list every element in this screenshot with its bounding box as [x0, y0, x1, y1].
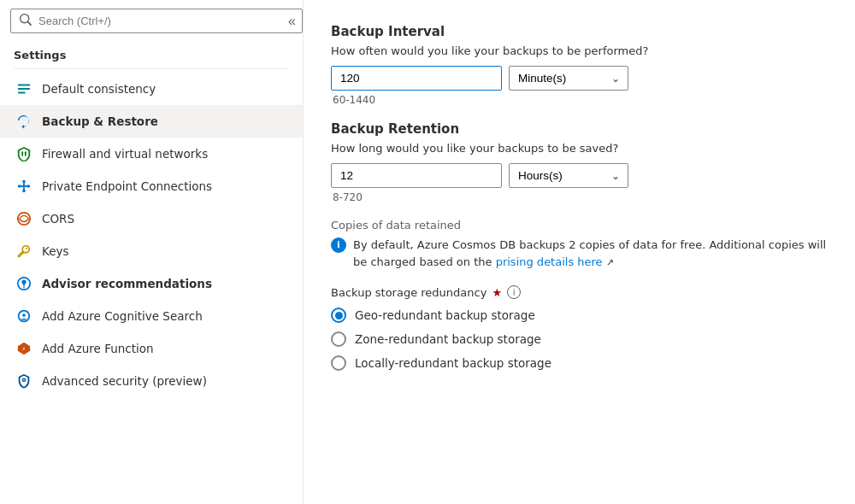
sidebar-item-advanced-security[interactable]: Advanced security (preview) — [0, 365, 303, 397]
sidebar-item-keys[interactable]: Keys — [0, 235, 303, 267]
backup-retention-unit-select[interactable]: Hours(s) Days(s) — [509, 163, 628, 188]
sidebar-item-default-consistency[interactable]: Default consistency — [0, 73, 303, 105]
sidebar-divider — [14, 68, 289, 69]
external-link-icon: ↗ — [606, 257, 614, 268]
sidebar-item-default-consistency-label: Default consistency — [42, 82, 156, 96]
sidebar-item-advanced-security-label: Advanced security (preview) — [42, 374, 207, 388]
sidebar-item-azure-function[interactable]: ⚡ Add Azure Function — [0, 332, 303, 365]
sidebar-item-azure-function-label: Add Azure Function — [42, 342, 154, 355]
sidebar-scroll: Default consistency Backup & Restore Fir… — [0, 73, 303, 504]
backup-retention-subtitle: How long would you like your backups to … — [331, 142, 828, 155]
search-input[interactable] — [38, 15, 293, 27]
sidebar-item-backup-restore-label: Backup & Restore — [42, 114, 158, 128]
main-content: Backup Interval How often would you like… — [304, 0, 855, 504]
svg-point-6 — [27, 185, 31, 188]
cors-icon — [16, 211, 32, 226]
sidebar-item-backup-restore[interactable]: Backup & Restore — [0, 105, 303, 138]
svg-point-8 — [22, 190, 26, 193]
svg-rect-4 — [25, 151, 27, 155]
backup-interval-section: Backup Interval How often would you like… — [331, 24, 828, 106]
sidebar-item-keys-label: Keys — [42, 244, 69, 258]
sidebar: « Settings Default consistency Backup & — [0, 0, 304, 504]
redundancy-geo-radio[interactable] — [331, 308, 346, 323]
copies-label: Copies of data retained — [331, 219, 828, 231]
redundancy-zone-option[interactable]: Zone-redundant backup storage — [331, 331, 828, 347]
search-bar[interactable] — [10, 9, 303, 33]
sidebar-item-firewall[interactable]: Firewall and virtual networks — [0, 138, 303, 170]
collapse-button[interactable]: « — [281, 10, 303, 32]
sidebar-item-cors-label: CORS — [42, 212, 74, 226]
backup-interval-inputs: Minute(s) Hour(s) Day(s) ⌄ — [331, 66, 828, 91]
sidebar-item-cors[interactable]: CORS — [0, 202, 303, 235]
cognitive-search-icon — [16, 308, 32, 324]
backup-restore-icon — [16, 114, 32, 129]
backup-retention-unit-wrapper: Hours(s) Days(s) ⌄ — [509, 163, 628, 188]
advanced-security-icon — [16, 373, 32, 389]
sidebar-header: Settings — [0, 42, 303, 67]
sidebar-item-cognitive-search-label: Add Azure Cognitive Search — [42, 309, 203, 323]
backup-retention-inputs: Hours(s) Days(s) ⌄ — [331, 163, 828, 188]
firewall-icon — [16, 146, 32, 161]
private-endpoint-icon — [16, 179, 32, 194]
redundancy-geo-option[interactable]: Geo-redundant backup storage — [331, 308, 828, 323]
backup-interval-input[interactable] — [331, 66, 502, 91]
svg-rect-12 — [23, 287, 25, 289]
svg-rect-2 — [18, 92, 26, 94]
redundancy-geo-label: Geo-redundant backup storage — [355, 308, 535, 322]
info-icon: i — [331, 237, 346, 253]
azure-function-icon: ⚡ — [16, 341, 32, 356]
prising-details-link[interactable]: prising details here — [496, 255, 603, 268]
backup-interval-range: 60-1440 — [333, 94, 828, 106]
redundancy-zone-label: Zone-redundant backup storage — [355, 332, 541, 346]
svg-rect-0 — [18, 85, 30, 86]
backup-retention-range: 8-720 — [333, 191, 828, 203]
redundancy-local-radio[interactable] — [331, 355, 346, 371]
copies-info-box: i By default, Azure Cosmos DB backups 2 … — [331, 237, 828, 270]
redundancy-info-button[interactable]: i — [507, 285, 521, 299]
redundancy-section: Backup storage redundancy ★ i Geo-redund… — [331, 285, 828, 371]
svg-point-5 — [18, 185, 21, 188]
svg-point-10 — [26, 248, 27, 249]
search-icon — [20, 14, 32, 28]
required-star: ★ — [492, 286, 502, 299]
backup-interval-unit-select[interactable]: Minute(s) Hour(s) Day(s) — [509, 66, 628, 91]
redundancy-local-option[interactable]: Locally-redundant backup storage — [331, 355, 828, 371]
advisor-icon — [16, 276, 32, 291]
svg-rect-1 — [18, 88, 30, 90]
redundancy-label: Backup storage redundancy ★ i — [331, 285, 828, 299]
copies-section: Copies of data retained i By default, Az… — [331, 219, 828, 270]
backup-retention-input[interactable] — [331, 163, 502, 188]
copies-info-text: By default, Azure Cosmos DB backups 2 co… — [353, 237, 828, 270]
sidebar-item-private-endpoint[interactable]: Private Endpoint Connections — [0, 170, 303, 202]
backup-retention-title: Backup Retention — [331, 121, 828, 137]
backup-interval-title: Backup Interval — [331, 24, 828, 39]
backup-interval-subtitle: How often would you like your backups to… — [331, 44, 828, 57]
sidebar-item-private-endpoint-label: Private Endpoint Connections — [42, 179, 212, 193]
sidebar-item-firewall-label: Firewall and virtual networks — [42, 147, 208, 161]
default-consistency-icon — [16, 81, 32, 97]
redundancy-radio-group: Geo-redundant backup storage Zone-redund… — [331, 308, 828, 371]
backup-retention-section: Backup Retention How long would you like… — [331, 121, 828, 203]
keys-icon — [16, 243, 32, 259]
svg-text:⚡: ⚡ — [21, 345, 26, 353]
redundancy-zone-radio[interactable] — [331, 331, 346, 347]
svg-point-7 — [22, 180, 26, 184]
backup-interval-unit-wrapper: Minute(s) Hour(s) Day(s) ⌄ — [509, 66, 628, 91]
sidebar-item-cognitive-search[interactable]: Add Azure Cognitive Search — [0, 300, 303, 332]
sidebar-item-advisor-label: Advisor recommendations — [42, 277, 212, 290]
search-row: « — [0, 0, 303, 42]
sidebar-item-advisor[interactable]: Advisor recommendations — [0, 267, 303, 300]
svg-rect-3 — [21, 151, 23, 155]
redundancy-local-label: Locally-redundant backup storage — [355, 356, 551, 370]
